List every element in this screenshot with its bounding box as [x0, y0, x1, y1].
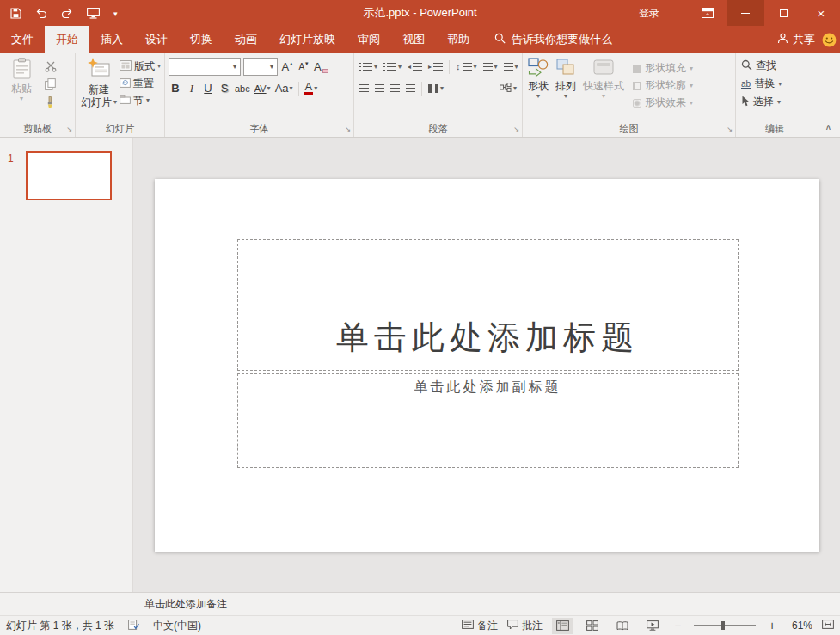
- text-direction-button[interactable]: ▾: [481, 59, 500, 76]
- columns-button[interactable]: ▾: [426, 80, 445, 97]
- fit-slide-to-window-button[interactable]: [822, 620, 834, 632]
- zoom-slider-thumb[interactable]: [721, 621, 725, 630]
- language-button[interactable]: 中文(中国): [153, 619, 201, 633]
- minimize-button[interactable]: [727, 0, 764, 26]
- change-case-button[interactable]: Aa▾: [274, 80, 294, 97]
- start-from-beginning-button[interactable]: [87, 8, 100, 19]
- italic-button[interactable]: I: [185, 80, 199, 97]
- chevron-down-icon[interactable]: ▾: [267, 63, 277, 71]
- tab-animations[interactable]: 动画: [224, 26, 268, 53]
- zoom-in-button[interactable]: +: [767, 620, 777, 632]
- copy-icon: [45, 78, 56, 90]
- bold-button[interactable]: B: [169, 80, 182, 97]
- justify-button[interactable]: [404, 80, 417, 97]
- collapse-ribbon-button[interactable]: ∧: [825, 122, 831, 132]
- tab-insert[interactable]: 插入: [89, 26, 134, 53]
- clear-formatting-button[interactable]: A: [313, 59, 329, 76]
- slideshow-view-button[interactable]: [642, 618, 663, 634]
- align-center-button[interactable]: [373, 80, 386, 97]
- quick-styles-button[interactable]: 快速样式 ▾: [580, 56, 627, 121]
- character-spacing-button[interactable]: AV▾: [254, 80, 272, 97]
- spell-check-button[interactable]: [128, 620, 139, 632]
- paragraph-dialog-launcher[interactable]: ↘: [513, 126, 519, 133]
- tab-review[interactable]: 审阅: [346, 26, 391, 53]
- customize-qat-button[interactable]: ▾: [113, 9, 118, 18]
- font-dialog-launcher[interactable]: ↘: [345, 126, 351, 133]
- redo-button[interactable]: [61, 8, 73, 18]
- comments-toggle-button[interactable]: 批注: [507, 619, 543, 633]
- convert-to-smartart-button[interactable]: ▾: [498, 80, 518, 97]
- align-text-button[interactable]: ▾: [502, 59, 520, 76]
- decrease-font-size-button[interactable]: A▾: [297, 59, 310, 76]
- line-spacing-button[interactable]: ↕▾: [454, 59, 479, 76]
- ribbon-tab-bar: 文件 开始 插入 设计 切换 动画 幻灯片放映 审阅 视图 帮助 告诉我你想要做…: [0, 26, 840, 53]
- subtitle-placeholder[interactable]: 单击此处添加副标题: [237, 373, 739, 468]
- tell-me-search[interactable]: 告诉我你想要做什么: [494, 26, 612, 53]
- slide-sorter-view-button[interactable]: [582, 618, 603, 634]
- decrease-indent-button[interactable]: ◂: [406, 59, 424, 76]
- drawing-group: 形状 ▾ 排列 ▾ 快速样式 ▾ 形状填充▾ 形状轮廓▾ 形状效果▾: [523, 53, 736, 137]
- new-slide-button[interactable]: 新建 幻灯片▾: [78, 56, 120, 121]
- notes-placeholder-text: 单击此处添加备注: [144, 597, 227, 612]
- select-button[interactable]: 选择▾: [741, 94, 808, 110]
- notes-toggle-button[interactable]: 备注: [462, 619, 498, 633]
- chevron-down-icon: ▾: [690, 100, 693, 107]
- reset-button[interactable]: 重置: [120, 76, 161, 91]
- tab-home[interactable]: 开始: [45, 26, 89, 53]
- tab-transitions[interactable]: 切换: [179, 26, 224, 53]
- copy-button[interactable]: [45, 77, 64, 91]
- shape-fill-button[interactable]: 形状填充▾: [633, 60, 693, 77]
- clipboard-dialog-launcher[interactable]: ↘: [66, 126, 72, 133]
- paste-button[interactable]: 粘贴 ▾: [3, 56, 40, 121]
- arrange-button[interactable]: 排列 ▾: [553, 56, 579, 121]
- increase-indent-button[interactable]: ▸: [426, 59, 445, 76]
- shapes-button[interactable]: 形状 ▾: [525, 56, 551, 121]
- shape-outline-icon: [633, 82, 641, 90]
- tab-file[interactable]: 文件: [0, 26, 45, 53]
- zoom-slider[interactable]: [694, 625, 756, 626]
- title-placeholder[interactable]: 单击此处添加标题: [237, 239, 739, 371]
- reading-view-button[interactable]: [612, 618, 633, 634]
- maximize-icon: [780, 9, 788, 17]
- tab-help[interactable]: 帮助: [436, 26, 481, 53]
- shape-outline-button[interactable]: 形状轮廓▾: [633, 77, 693, 94]
- align-right-button[interactable]: [389, 80, 402, 97]
- increase-font-size-button[interactable]: A▴: [280, 59, 294, 76]
- font-name-combobox[interactable]: ▾: [169, 58, 241, 76]
- save-button[interactable]: [10, 8, 21, 19]
- font-color-button[interactable]: A▾: [304, 80, 319, 97]
- undo-button[interactable]: [35, 8, 47, 18]
- drawing-dialog-launcher[interactable]: ↘: [727, 126, 733, 133]
- zoom-percentage[interactable]: 61%: [787, 620, 812, 632]
- ribbon-display-options-button[interactable]: [689, 0, 727, 26]
- tab-view[interactable]: 视图: [391, 26, 436, 53]
- strikethrough-button[interactable]: abc: [234, 80, 251, 97]
- replace-button[interactable]: ab替换▾: [741, 76, 808, 92]
- find-button[interactable]: 查找: [741, 58, 808, 74]
- font-size-combobox[interactable]: ▾: [243, 58, 278, 76]
- chevron-down-icon[interactable]: ▾: [230, 63, 240, 71]
- bullets-button[interactable]: ▾: [358, 59, 379, 76]
- tab-design[interactable]: 设计: [134, 26, 179, 53]
- align-left-button[interactable]: [358, 80, 371, 97]
- format-painter-button[interactable]: [45, 96, 64, 109]
- paste-label: 粘贴: [11, 83, 32, 95]
- text-shadow-button[interactable]: S: [218, 80, 231, 97]
- sign-in-button[interactable]: 登录: [639, 6, 659, 21]
- numbering-button[interactable]: ▾: [382, 59, 403, 76]
- section-button[interactable]: 节▾: [120, 93, 161, 108]
- tab-slide-show[interactable]: 幻灯片放映: [268, 26, 346, 53]
- layout-button[interactable]: 版式▾: [120, 59, 161, 74]
- slides-group: 新建 幻灯片▾ 版式▾ 重置 节▾ 幻灯片: [76, 53, 165, 137]
- underline-button[interactable]: U: [201, 80, 215, 97]
- slide-thumbnail-1[interactable]: [26, 151, 112, 200]
- cut-button[interactable]: [45, 59, 64, 73]
- feedback-smiley-button[interactable]: [822, 26, 840, 53]
- notes-pane[interactable]: 单击此处添加备注: [0, 592, 840, 615]
- maximize-button[interactable]: [764, 0, 802, 26]
- share-button[interactable]: 共享: [770, 26, 822, 53]
- shape-effects-button[interactable]: 形状效果▾: [633, 95, 693, 111]
- close-button[interactable]: ×: [802, 0, 840, 26]
- zoom-out-button[interactable]: −: [672, 620, 683, 632]
- normal-view-button[interactable]: [552, 618, 573, 634]
